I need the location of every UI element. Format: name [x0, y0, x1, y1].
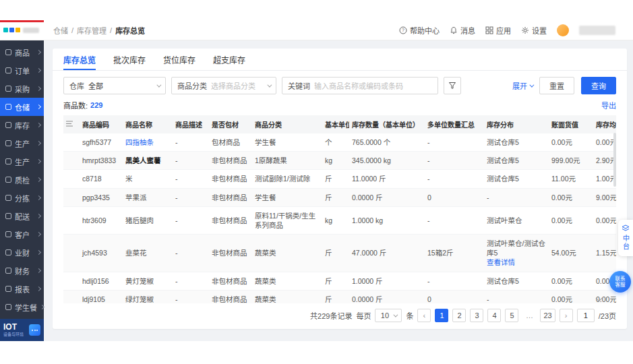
- cell-unit: 个: [322, 133, 349, 152]
- keyword-input[interactable]: 关键词 输入商品名称或编码或条码: [282, 77, 438, 94]
- product-count-value: 229: [90, 101, 102, 109]
- query-button[interactable]: 查询: [581, 77, 616, 94]
- menu-icon: [5, 122, 11, 128]
- cell-name: 黄灯笼椒: [123, 272, 173, 290]
- sidebar-footer-brand[interactable]: IOT 设备与环境: [0, 319, 44, 341]
- menu-icon: [5, 213, 11, 219]
- page-button-3[interactable]: 3: [470, 309, 483, 322]
- per-page-select[interactable]: 10: [375, 309, 402, 322]
- inventory-card: 库存总览 批次库存 货位库存 超支库存 仓库 全部 商品分类 选择商品分类 关键…: [53, 49, 627, 329]
- username-blurred: [579, 26, 615, 35]
- cell-value: 999.00元: [549, 152, 593, 170]
- sidebar-item-业财[interactable]: 业财: [0, 243, 44, 262]
- avatar[interactable]: [557, 24, 569, 36]
- table-header-row: 商品编码商品名称商品描述是否包材商品分类基本单位库存数量（基本单位）多单位数量汇…: [63, 115, 616, 133]
- export-button[interactable]: 导出: [601, 100, 616, 111]
- page-button-2[interactable]: 2: [452, 309, 466, 322]
- table-row[interactable]: htr3609猪后腿肉-非包材商品原料11/干锅类/生生系列商品kg1.0000…: [63, 206, 616, 234]
- chevron-down-icon: [393, 312, 398, 317]
- sidebar-item-质检[interactable]: 质检: [0, 171, 44, 189]
- expand-link[interactable]: 展开: [512, 80, 533, 91]
- help-center-button[interactable]: ? 帮助中心: [399, 25, 440, 36]
- page-button-4[interactable]: 4: [487, 309, 501, 322]
- page-list: 12345…23: [435, 309, 555, 322]
- sidebar-item-仓储[interactable]: 仓储: [0, 98, 44, 116]
- warehouse-select[interactable]: 仓库 全部: [63, 77, 166, 94]
- cell-category: 原料11/干锅类/生生系列商品: [252, 206, 322, 234]
- funnel-icon: [448, 82, 456, 90]
- apps-button[interactable]: 应用: [485, 25, 511, 36]
- tab-inventory-overview[interactable]: 库存总览: [63, 49, 96, 70]
- sidebar-item-商品[interactable]: 商品: [0, 43, 44, 61]
- sidebar-item-订单[interactable]: 订单: [0, 61, 44, 80]
- messages-button[interactable]: 消息: [450, 25, 475, 36]
- logo-square-yellow: [16, 28, 20, 32]
- sidebar-item-配送[interactable]: 配送: [0, 207, 44, 225]
- cell-qty: 11.0000 斤: [349, 170, 425, 188]
- sidebar-item-财务[interactable]: 财务: [0, 262, 44, 280]
- category-select[interactable]: 商品分类 选择商品分类: [171, 77, 276, 94]
- chevron-right-icon: [40, 305, 44, 309]
- reset-button[interactable]: 重置: [539, 77, 574, 94]
- cell-value: 0.00元: [549, 133, 593, 152]
- table-row[interactable]: hdlj0156黄灯笼椒-非包材商品蔬菜类斤1.0000 斤-测试仓库50.00…: [63, 272, 616, 290]
- cell-unit: kg: [322, 206, 349, 234]
- layers-icon: [622, 224, 630, 232]
- table-row[interactable]: jch4593韭菜花-非包材商品蔬菜类斤47.0000 斤15箱2斤测试叶菜仓/…: [63, 235, 616, 272]
- page-button-1[interactable]: 1: [435, 309, 448, 322]
- sidebar-item-分拣[interactable]: 分拣: [0, 189, 44, 207]
- breadcrumb-item[interactable]: 仓储: [53, 25, 68, 36]
- breadcrumb-separator: /: [110, 26, 112, 34]
- midplatform-float-tab[interactable]: 中台: [618, 220, 633, 256]
- sidebar-item-生产[interactable]: 生产: [0, 134, 44, 152]
- breadcrumb-item[interactable]: 库存管理: [77, 25, 107, 36]
- view-detail-link[interactable]: 查看详情: [487, 257, 546, 267]
- tab-location-inventory[interactable]: 货位库存: [163, 49, 195, 70]
- sidebar-item-学生餐[interactable]: 学生餐: [0, 298, 44, 316]
- chevron-down-icon: [156, 82, 161, 87]
- prev-page-button[interactable]: ‹: [417, 309, 431, 322]
- settings-button[interactable]: 设置: [521, 25, 547, 36]
- table-row[interactable]: hmrpt3833黑美人蜜薯-非包材商品1原酵蔬果kg345.0000 kg-测…: [63, 152, 616, 170]
- filter-funnel-button[interactable]: [444, 77, 461, 94]
- menu-icon: [5, 286, 11, 292]
- contact-service-button[interactable]: 联系 客服: [609, 271, 631, 293]
- column-header: 商品编码: [80, 115, 123, 133]
- inventory-table: 商品编码商品名称商品描述是否包材商品分类基本单位库存数量（基本单位）多单位数量汇…: [63, 115, 616, 303]
- page-button-5[interactable]: 5: [505, 309, 518, 322]
- cell-name[interactable]: 四指柚条: [123, 133, 173, 152]
- per-page-unit: 条: [406, 310, 413, 321]
- sidebar-item-生产[interactable]: 生产: [0, 152, 44, 171]
- page-jump-input[interactable]: [577, 309, 595, 322]
- sidebar-item-采购[interactable]: 采购: [0, 80, 44, 98]
- main-content: 库存总览 批次库存 货位库存 超支库存 仓库 全部 商品分类 选择商品分类 关键…: [44, 40, 633, 341]
- page-button-23[interactable]: 23: [540, 309, 555, 322]
- column-settings-header[interactable]: [63, 115, 80, 133]
- table-row[interactable]: c8718米-非包材商品测试副除1/测试除斤11.0000 斤-测试仓库511.…: [63, 170, 616, 188]
- page-ellipsis: …: [522, 309, 536, 322]
- next-page-button[interactable]: ›: [560, 309, 573, 322]
- vertical-scrollbar[interactable]: [613, 133, 616, 187]
- chat-bubble-icon[interactable]: [29, 324, 40, 336]
- cell-desc: -: [173, 235, 209, 272]
- table-row[interactable]: pgp3435苹果派-非包材商品学生餐斤0.0000 斤0-0.00元9.00元: [63, 188, 616, 206]
- page-jump-suffix: /23页: [599, 310, 616, 321]
- sidebar-item-报表[interactable]: 报表: [0, 280, 44, 298]
- cell-packing: 非包材商品: [209, 235, 252, 272]
- table-row[interactable]: sgfh5377四指柚条-包材商品学生餐个765.0000 个-测试仓库50.0…: [63, 133, 616, 152]
- cell-value: 0.00元: [549, 290, 593, 303]
- sidebar-menu: 商品订单采购仓储库存生产生产质检分拣配送客户业财财务报表学生餐: [0, 40, 44, 316]
- tab-overdraft-inventory[interactable]: 超支库存: [213, 49, 245, 70]
- table-row[interactable]: ldj9105绿灯笼椒-非包材商品蔬菜类斤0.0000 斤0-0.00元0.00…: [63, 290, 616, 303]
- bell-icon: [450, 26, 458, 34]
- logo-square-blue: [9, 28, 14, 32]
- column-header: 商品描述: [173, 115, 209, 133]
- cell-category: 蔬菜类: [252, 235, 322, 272]
- tab-batch-inventory[interactable]: 批次库存: [113, 49, 146, 70]
- chevron-right-icon: [36, 195, 41, 200]
- sidebar-item-库存[interactable]: 库存: [0, 116, 44, 134]
- cell-unit: 斤: [322, 188, 349, 206]
- sidebar-item-客户[interactable]: 客户: [0, 225, 44, 243]
- filter-bar: 仓库 全部 商品分类 选择商品分类 关键词 输入商品名称或编码或条码: [53, 71, 627, 98]
- cell-avg: 0.00元: [593, 133, 616, 152]
